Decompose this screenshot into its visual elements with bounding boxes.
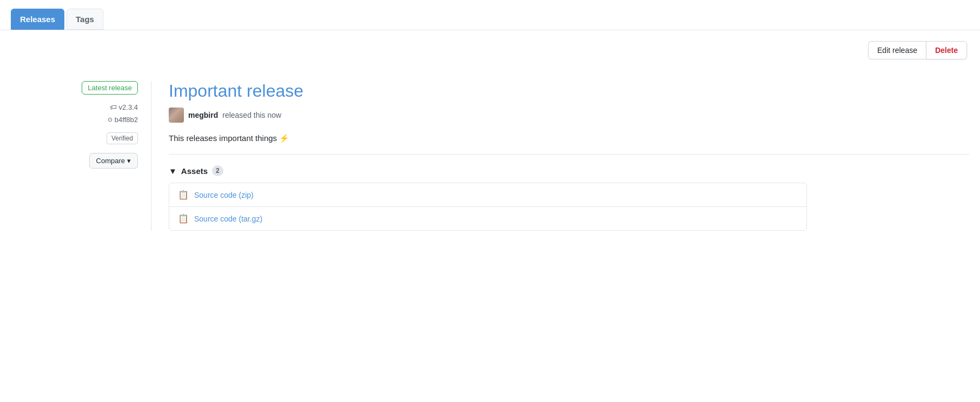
lightning-emoji: ⚡: [279, 133, 289, 143]
assets-count: 2: [212, 165, 223, 176]
tag-row: 🏷 v2.3.4: [110, 103, 138, 111]
asset-ext-targz: (tar.gz): [239, 215, 263, 223]
commit-hash: b4ff8b2: [115, 116, 138, 124]
zip-file-icon: 📋: [178, 190, 189, 200]
avatar-image: [169, 108, 184, 123]
list-item: 📋 Source code (tar.gz): [169, 207, 806, 230]
list-item: 📋 Source code (zip): [169, 183, 806, 207]
source-code-zip-link[interactable]: Source code (zip): [194, 191, 254, 199]
compare-button[interactable]: Compare ▾: [89, 153, 138, 169]
release-title: Important release: [169, 81, 969, 101]
tab-bar: Releases Tags: [0, 0, 980, 30]
tab-tags[interactable]: Tags: [67, 9, 103, 30]
verified-badge: Verified: [107, 132, 138, 144]
asset-name-targz: Source code: [194, 215, 237, 223]
main-content: Latest release 🏷 v2.3.4 ⊙ b4ff8b2 Verifi…: [0, 68, 980, 231]
assets-label: Assets: [181, 166, 208, 176]
compare-chevron-icon: ▾: [127, 157, 131, 165]
sidebar: Latest release 🏷 v2.3.4 ⊙ b4ff8b2 Verifi…: [11, 81, 151, 231]
source-code-targz-link[interactable]: Source code (tar.gz): [194, 215, 262, 223]
release-body: This releases important things ⚡: [169, 133, 969, 155]
assets-list: 📋 Source code (zip) 📋 Source code (tar.g…: [169, 183, 807, 231]
release-body-text: This releases important things: [169, 133, 277, 143]
author-name[interactable]: megbird: [188, 111, 218, 119]
assets-section: ▼ Assets 2 📋 Source code (zip) 📋 Source …: [169, 165, 969, 231]
asset-name-zip: Source code: [194, 191, 237, 199]
asset-ext-zip: (zip): [239, 191, 254, 199]
avatar: [169, 108, 184, 123]
assets-chevron-icon: ▼: [169, 166, 177, 176]
tag-icon: 🏷: [110, 103, 117, 111]
tab-releases[interactable]: Releases: [11, 9, 64, 30]
compare-label: Compare: [96, 157, 125, 165]
release-detail: Important release megbird released this …: [151, 81, 969, 231]
author-action: released this now: [222, 111, 281, 119]
tag-value: v2.3.4: [119, 103, 138, 111]
delete-button[interactable]: Delete: [926, 41, 967, 59]
author-line: megbird released this now: [169, 108, 969, 123]
edit-release-button[interactable]: Edit release: [868, 41, 926, 59]
targz-file-icon: 📋: [178, 213, 189, 224]
assets-header[interactable]: ▼ Assets 2: [169, 165, 969, 176]
commit-row: ⊙ b4ff8b2: [108, 116, 138, 124]
latest-release-badge: Latest release: [82, 81, 138, 95]
action-bar: Edit release Delete: [0, 30, 980, 68]
commit-icon: ⊙: [108, 116, 112, 123]
